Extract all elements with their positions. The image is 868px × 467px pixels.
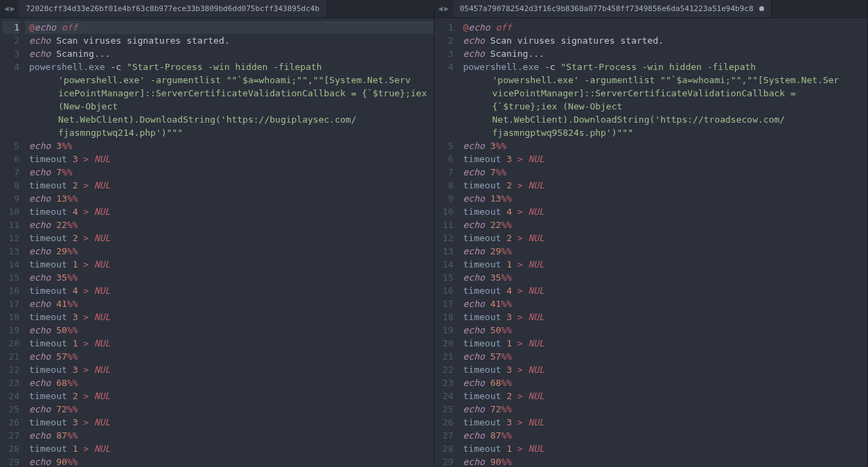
nav-left-icon[interactable]: ◀ — [4, 4, 9, 13]
tab-title: 05457a790782542d3f16c9b8368a077b458ff734… — [460, 4, 754, 13]
editor-pane-left: ◀ ▶ 72028cff34d33e26bf01e4bf63c8b977ece3… — [0, 0, 434, 467]
tab-title: 72028cff34d33e26bf01e4bf63c8b977ece33b38… — [26, 4, 319, 13]
editor-left[interactable]: 1234567891011121314151617181920212223242… — [0, 18, 434, 467]
editor-pane-right: ◀ ▶ 05457a790782542d3f16c9b8368a077b458f… — [434, 0, 869, 467]
file-tab-left[interactable]: 72028cff34d33e26bf01e4bf63c8b977ece33b38… — [19, 0, 327, 17]
editor-right[interactable]: 1234567891011121314151617181920212223242… — [434, 18, 868, 467]
gutter-right: 1234567891011121314151617181920212223242… — [434, 18, 459, 467]
gutter-left: 1234567891011121314151617181920212223242… — [0, 18, 25, 467]
tab-bar-right: ◀ ▶ 05457a790782542d3f16c9b8368a077b458f… — [434, 0, 868, 18]
tab-nav-arrows[interactable]: ◀ ▶ — [0, 4, 19, 13]
nav-right-icon[interactable]: ▶ — [10, 4, 15, 13]
nav-right-icon[interactable]: ▶ — [444, 4, 449, 13]
code-left[interactable]: @echo offecho Scan viruses signatures st… — [25, 18, 434, 467]
tab-bar-left: ◀ ▶ 72028cff34d33e26bf01e4bf63c8b977ece3… — [0, 0, 434, 18]
file-tab-right[interactable]: 05457a790782542d3f16c9b8368a077b458ff734… — [453, 0, 772, 17]
nav-left-icon[interactable]: ◀ — [439, 4, 443, 13]
code-right[interactable]: @echo offecho Scan viruses signatures st… — [459, 18, 868, 467]
tab-nav-arrows[interactable]: ◀ ▶ — [434, 4, 453, 13]
dirty-indicator-icon — [759, 6, 764, 11]
